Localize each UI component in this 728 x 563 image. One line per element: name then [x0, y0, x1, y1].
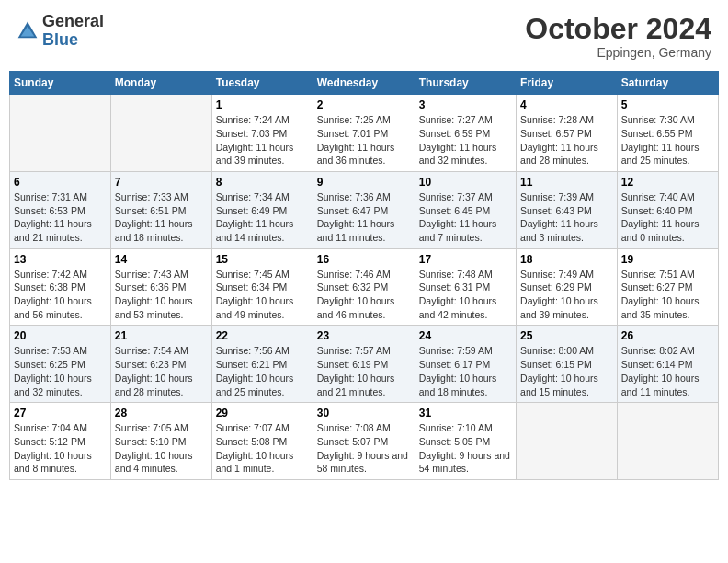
logo-general-text: General — [42, 13, 104, 31]
calendar-cell: 9Sunrise: 7:36 AMSunset: 6:47 PMDaylight… — [313, 171, 415, 248]
day-detail: Sunrise: 7:43 AMSunset: 6:36 PMDaylight:… — [115, 268, 208, 322]
calendar-cell: 18Sunrise: 7:49 AMSunset: 6:29 PMDayligh… — [517, 248, 618, 326]
calendar-table: SundayMondayTuesdayWednesdayThursdayFrid… — [9, 71, 719, 480]
day-detail: Sunrise: 7:30 AMSunset: 6:55 PMDaylight:… — [621, 113, 714, 167]
calendar-cell: 24Sunrise: 7:59 AMSunset: 6:17 PMDayligh… — [415, 326, 516, 403]
calendar-cell: 27Sunrise: 7:04 AMSunset: 5:12 PMDayligh… — [10, 403, 111, 480]
calendar-cell: 29Sunrise: 7:07 AMSunset: 5:08 PMDayligh… — [211, 403, 313, 480]
day-detail: Sunrise: 7:28 AMSunset: 6:57 PMDaylight:… — [520, 113, 613, 167]
day-number: 26 — [621, 329, 714, 342]
calendar-cell: 21Sunrise: 7:54 AMSunset: 6:23 PMDayligh… — [110, 326, 211, 403]
calendar-cell — [10, 95, 111, 172]
day-number: 29 — [216, 407, 309, 419]
month-title: October 2024 — [525, 13, 711, 45]
day-detail: Sunrise: 7:31 AMSunset: 6:53 PMDaylight:… — [14, 190, 107, 245]
calendar-cell: 22Sunrise: 7:56 AMSunset: 6:21 PMDayligh… — [211, 326, 313, 403]
calendar-week-row: 20Sunrise: 7:53 AMSunset: 6:25 PMDayligh… — [10, 326, 719, 403]
calendar-cell: 28Sunrise: 7:05 AMSunset: 5:10 PMDayligh… — [110, 403, 211, 480]
calendar-cell: 26Sunrise: 8:02 AMSunset: 6:14 PMDayligh… — [617, 326, 718, 403]
day-number: 11 — [520, 176, 613, 189]
day-number: 7 — [115, 176, 208, 189]
day-detail: Sunrise: 7:49 AMSunset: 6:29 PMDaylight:… — [520, 268, 613, 322]
day-number: 8 — [216, 176, 309, 189]
calendar-cell: 6Sunrise: 7:31 AMSunset: 6:53 PMDaylight… — [10, 171, 111, 248]
calendar-cell: 20Sunrise: 7:53 AMSunset: 6:25 PMDayligh… — [10, 326, 111, 403]
calendar-cell: 23Sunrise: 7:57 AMSunset: 6:19 PMDayligh… — [313, 326, 415, 403]
calendar-header-row: SundayMondayTuesdayWednesdayThursdayFrid… — [10, 72, 719, 95]
logo: General Blue — [17, 13, 104, 50]
calendar-cell: 30Sunrise: 7:08 AMSunset: 5:07 PMDayligh… — [313, 403, 415, 480]
calendar-cell: 2Sunrise: 7:25 AMSunset: 7:01 PMDaylight… — [313, 95, 415, 172]
calendar-cell: 1Sunrise: 7:24 AMSunset: 7:03 PMDaylight… — [211, 95, 313, 172]
day-detail: Sunrise: 7:08 AMSunset: 5:07 PMDaylight:… — [317, 421, 411, 476]
day-detail: Sunrise: 7:36 AMSunset: 6:47 PMDaylight:… — [317, 190, 411, 245]
calendar-cell: 3Sunrise: 7:27 AMSunset: 6:59 PMDaylight… — [415, 95, 516, 172]
calendar-week-row: 13Sunrise: 7:42 AMSunset: 6:38 PMDayligh… — [10, 248, 719, 326]
calendar-cell: 10Sunrise: 7:37 AMSunset: 6:45 PMDayligh… — [415, 171, 516, 248]
day-detail: Sunrise: 7:56 AMSunset: 6:21 PMDaylight:… — [216, 344, 309, 398]
day-detail: Sunrise: 7:57 AMSunset: 6:19 PMDaylight:… — [317, 344, 411, 398]
calendar-cell: 17Sunrise: 7:48 AMSunset: 6:31 PMDayligh… — [415, 248, 516, 326]
day-detail: Sunrise: 7:37 AMSunset: 6:45 PMDaylight:… — [419, 190, 512, 245]
calendar-week-row: 1Sunrise: 7:24 AMSunset: 7:03 PMDaylight… — [10, 95, 719, 172]
day-number: 27 — [14, 407, 107, 419]
calendar-cell: 5Sunrise: 7:30 AMSunset: 6:55 PMDaylight… — [617, 95, 718, 172]
day-detail: Sunrise: 7:54 AMSunset: 6:23 PMDaylight:… — [115, 344, 208, 398]
day-detail: Sunrise: 8:02 AMSunset: 6:14 PMDaylight:… — [621, 344, 714, 398]
day-detail: Sunrise: 7:46 AMSunset: 6:32 PMDaylight:… — [317, 268, 411, 322]
calendar-cell: 11Sunrise: 7:39 AMSunset: 6:43 PMDayligh… — [517, 171, 618, 248]
day-detail: Sunrise: 7:27 AMSunset: 6:59 PMDaylight:… — [419, 113, 512, 167]
day-number: 13 — [14, 253, 107, 266]
calendar-cell — [110, 95, 211, 172]
calendar-cell: 13Sunrise: 7:42 AMSunset: 6:38 PMDayligh… — [10, 248, 111, 326]
day-number: 30 — [317, 407, 411, 419]
day-number: 25 — [520, 329, 613, 342]
day-number: 10 — [419, 176, 512, 189]
day-number: 12 — [621, 176, 714, 189]
day-detail: Sunrise: 7:05 AMSunset: 5:10 PMDaylight:… — [115, 421, 208, 476]
day-number: 20 — [14, 329, 107, 342]
day-number: 1 — [216, 98, 309, 111]
logo-blue-text: Blue — [42, 31, 104, 50]
day-number: 2 — [317, 98, 411, 111]
day-number: 6 — [14, 176, 107, 189]
weekday-header-thursday: Thursday — [415, 72, 516, 95]
calendar-cell: 31Sunrise: 7:10 AMSunset: 5:05 PMDayligh… — [415, 403, 516, 480]
weekday-header-tuesday: Tuesday — [211, 72, 313, 95]
calendar-cell: 14Sunrise: 7:43 AMSunset: 6:36 PMDayligh… — [110, 248, 211, 326]
day-detail: Sunrise: 7:33 AMSunset: 6:51 PMDaylight:… — [115, 190, 208, 245]
day-number: 31 — [419, 407, 512, 419]
day-detail: Sunrise: 7:39 AMSunset: 6:43 PMDaylight:… — [520, 190, 613, 245]
day-number: 24 — [419, 329, 512, 342]
day-detail: Sunrise: 8:00 AMSunset: 6:15 PMDaylight:… — [520, 344, 613, 398]
calendar-cell — [617, 403, 718, 480]
day-number: 9 — [317, 176, 411, 189]
day-detail: Sunrise: 7:40 AMSunset: 6:40 PMDaylight:… — [621, 190, 714, 245]
day-detail: Sunrise: 7:10 AMSunset: 5:05 PMDaylight:… — [419, 421, 512, 476]
weekday-header-saturday: Saturday — [617, 72, 718, 95]
day-number: 14 — [115, 253, 208, 266]
page-header: General Blue October 2024 Eppingen, Germ… — [9, 9, 719, 63]
calendar-cell: 16Sunrise: 7:46 AMSunset: 6:32 PMDayligh… — [313, 248, 415, 326]
day-number: 16 — [317, 253, 411, 266]
day-number: 3 — [419, 98, 512, 111]
calendar-cell: 7Sunrise: 7:33 AMSunset: 6:51 PMDaylight… — [110, 171, 211, 248]
day-number: 23 — [317, 329, 411, 342]
calendar-cell: 19Sunrise: 7:51 AMSunset: 6:27 PMDayligh… — [617, 248, 718, 326]
day-number: 18 — [520, 253, 613, 266]
weekday-header-friday: Friday — [517, 72, 618, 95]
day-detail: Sunrise: 7:25 AMSunset: 7:01 PMDaylight:… — [317, 113, 411, 167]
day-detail: Sunrise: 7:24 AMSunset: 7:03 PMDaylight:… — [216, 113, 309, 167]
day-number: 15 — [216, 253, 309, 266]
calendar-cell — [517, 403, 618, 480]
day-detail: Sunrise: 7:48 AMSunset: 6:31 PMDaylight:… — [419, 268, 512, 322]
weekday-header-monday: Monday — [110, 72, 211, 95]
calendar-cell: 8Sunrise: 7:34 AMSunset: 6:49 PMDaylight… — [211, 171, 313, 248]
calendar-cell: 12Sunrise: 7:40 AMSunset: 6:40 PMDayligh… — [617, 171, 718, 248]
day-number: 5 — [621, 98, 714, 111]
location-subtitle: Eppingen, Germany — [525, 45, 711, 60]
title-area: October 2024 Eppingen, Germany — [525, 13, 711, 60]
day-detail: Sunrise: 7:45 AMSunset: 6:34 PMDaylight:… — [216, 268, 309, 322]
day-number: 19 — [621, 253, 714, 266]
day-detail: Sunrise: 7:34 AMSunset: 6:49 PMDaylight:… — [216, 190, 309, 245]
